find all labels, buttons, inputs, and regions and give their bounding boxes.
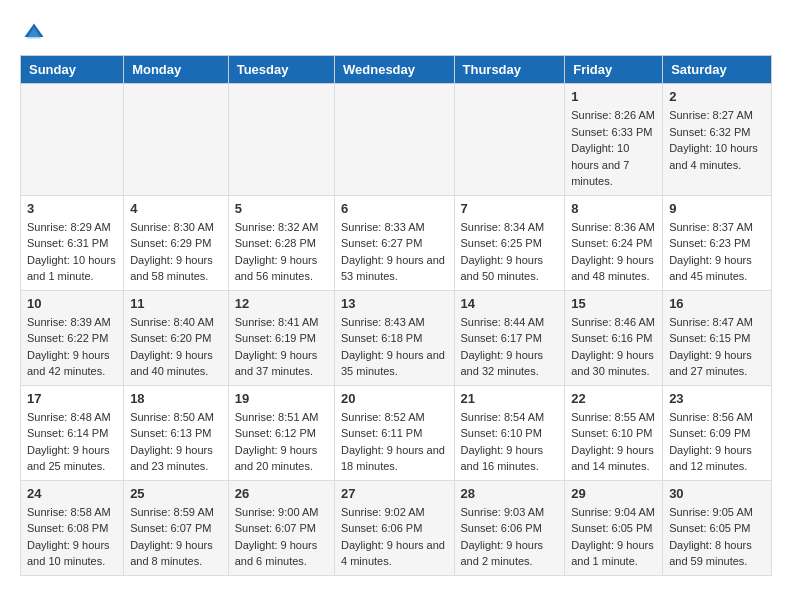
day-info: Sunrise: 9:05 AM Sunset: 6:05 PM Dayligh…: [669, 504, 765, 570]
day-number: 24: [27, 486, 117, 501]
day-info: Sunrise: 8:52 AM Sunset: 6:11 PM Dayligh…: [341, 409, 448, 475]
calendar-cell: [21, 84, 124, 196]
day-info: Sunrise: 8:41 AM Sunset: 6:19 PM Dayligh…: [235, 314, 328, 380]
calendar-cell: 25Sunrise: 8:59 AM Sunset: 6:07 PM Dayli…: [124, 480, 229, 575]
calendar-cell: 27Sunrise: 9:02 AM Sunset: 6:06 PM Dayli…: [335, 480, 455, 575]
header-wednesday: Wednesday: [335, 56, 455, 84]
day-info: Sunrise: 8:56 AM Sunset: 6:09 PM Dayligh…: [669, 409, 765, 475]
calendar-cell: 26Sunrise: 9:00 AM Sunset: 6:07 PM Dayli…: [228, 480, 334, 575]
calendar-cell: [335, 84, 455, 196]
calendar-cell: 1Sunrise: 8:26 AM Sunset: 6:33 PM Daylig…: [565, 84, 663, 196]
calendar-cell: 13Sunrise: 8:43 AM Sunset: 6:18 PM Dayli…: [335, 290, 455, 385]
day-number: 21: [461, 391, 559, 406]
calendar-cell: 4Sunrise: 8:30 AM Sunset: 6:29 PM Daylig…: [124, 195, 229, 290]
calendar-header-row: SundayMondayTuesdayWednesdayThursdayFrid…: [21, 56, 772, 84]
day-info: Sunrise: 8:30 AM Sunset: 6:29 PM Dayligh…: [130, 219, 222, 285]
day-info: Sunrise: 8:33 AM Sunset: 6:27 PM Dayligh…: [341, 219, 448, 285]
day-number: 1: [571, 89, 656, 104]
calendar-cell: 23Sunrise: 8:56 AM Sunset: 6:09 PM Dayli…: [663, 385, 772, 480]
day-number: 2: [669, 89, 765, 104]
calendar-cell: [454, 84, 565, 196]
day-info: Sunrise: 8:26 AM Sunset: 6:33 PM Dayligh…: [571, 107, 656, 190]
day-info: Sunrise: 8:46 AM Sunset: 6:16 PM Dayligh…: [571, 314, 656, 380]
day-number: 16: [669, 296, 765, 311]
calendar-week-row: 1Sunrise: 8:26 AM Sunset: 6:33 PM Daylig…: [21, 84, 772, 196]
day-info: Sunrise: 9:03 AM Sunset: 6:06 PM Dayligh…: [461, 504, 559, 570]
day-info: Sunrise: 8:27 AM Sunset: 6:32 PM Dayligh…: [669, 107, 765, 173]
day-number: 14: [461, 296, 559, 311]
calendar-cell: 6Sunrise: 8:33 AM Sunset: 6:27 PM Daylig…: [335, 195, 455, 290]
calendar-cell: 14Sunrise: 8:44 AM Sunset: 6:17 PM Dayli…: [454, 290, 565, 385]
day-number: 3: [27, 201, 117, 216]
calendar-cell: [124, 84, 229, 196]
header-monday: Monday: [124, 56, 229, 84]
day-number: 27: [341, 486, 448, 501]
calendar-cell: 11Sunrise: 8:40 AM Sunset: 6:20 PM Dayli…: [124, 290, 229, 385]
day-info: Sunrise: 8:44 AM Sunset: 6:17 PM Dayligh…: [461, 314, 559, 380]
calendar-cell: [228, 84, 334, 196]
day-info: Sunrise: 8:48 AM Sunset: 6:14 PM Dayligh…: [27, 409, 117, 475]
day-info: Sunrise: 8:32 AM Sunset: 6:28 PM Dayligh…: [235, 219, 328, 285]
calendar-cell: 30Sunrise: 9:05 AM Sunset: 6:05 PM Dayli…: [663, 480, 772, 575]
day-number: 19: [235, 391, 328, 406]
calendar-cell: 22Sunrise: 8:55 AM Sunset: 6:10 PM Dayli…: [565, 385, 663, 480]
day-number: 18: [130, 391, 222, 406]
day-number: 11: [130, 296, 222, 311]
logo: [20, 20, 48, 45]
day-number: 7: [461, 201, 559, 216]
calendar-table: SundayMondayTuesdayWednesdayThursdayFrid…: [20, 55, 772, 576]
header-sunday: Sunday: [21, 56, 124, 84]
calendar-cell: 28Sunrise: 9:03 AM Sunset: 6:06 PM Dayli…: [454, 480, 565, 575]
calendar-cell: 19Sunrise: 8:51 AM Sunset: 6:12 PM Dayli…: [228, 385, 334, 480]
day-number: 13: [341, 296, 448, 311]
day-number: 4: [130, 201, 222, 216]
day-number: 28: [461, 486, 559, 501]
calendar-week-row: 3Sunrise: 8:29 AM Sunset: 6:31 PM Daylig…: [21, 195, 772, 290]
calendar-week-row: 17Sunrise: 8:48 AM Sunset: 6:14 PM Dayli…: [21, 385, 772, 480]
day-number: 29: [571, 486, 656, 501]
day-number: 23: [669, 391, 765, 406]
header-friday: Friday: [565, 56, 663, 84]
calendar-week-row: 10Sunrise: 8:39 AM Sunset: 6:22 PM Dayli…: [21, 290, 772, 385]
day-info: Sunrise: 8:50 AM Sunset: 6:13 PM Dayligh…: [130, 409, 222, 475]
day-number: 22: [571, 391, 656, 406]
calendar-cell: 5Sunrise: 8:32 AM Sunset: 6:28 PM Daylig…: [228, 195, 334, 290]
header-tuesday: Tuesday: [228, 56, 334, 84]
logo-icon: [22, 21, 46, 45]
day-number: 9: [669, 201, 765, 216]
calendar-cell: 15Sunrise: 8:46 AM Sunset: 6:16 PM Dayli…: [565, 290, 663, 385]
day-info: Sunrise: 8:36 AM Sunset: 6:24 PM Dayligh…: [571, 219, 656, 285]
header-saturday: Saturday: [663, 56, 772, 84]
day-info: Sunrise: 8:59 AM Sunset: 6:07 PM Dayligh…: [130, 504, 222, 570]
calendar-cell: 7Sunrise: 8:34 AM Sunset: 6:25 PM Daylig…: [454, 195, 565, 290]
day-number: 10: [27, 296, 117, 311]
day-number: 15: [571, 296, 656, 311]
header-thursday: Thursday: [454, 56, 565, 84]
day-info: Sunrise: 8:40 AM Sunset: 6:20 PM Dayligh…: [130, 314, 222, 380]
day-info: Sunrise: 8:43 AM Sunset: 6:18 PM Dayligh…: [341, 314, 448, 380]
day-info: Sunrise: 8:51 AM Sunset: 6:12 PM Dayligh…: [235, 409, 328, 475]
calendar-cell: 2Sunrise: 8:27 AM Sunset: 6:32 PM Daylig…: [663, 84, 772, 196]
logo-text: [20, 20, 46, 45]
calendar-cell: 21Sunrise: 8:54 AM Sunset: 6:10 PM Dayli…: [454, 385, 565, 480]
day-info: Sunrise: 8:47 AM Sunset: 6:15 PM Dayligh…: [669, 314, 765, 380]
calendar-week-row: 24Sunrise: 8:58 AM Sunset: 6:08 PM Dayli…: [21, 480, 772, 575]
day-number: 30: [669, 486, 765, 501]
day-number: 17: [27, 391, 117, 406]
day-number: 25: [130, 486, 222, 501]
day-number: 8: [571, 201, 656, 216]
day-number: 26: [235, 486, 328, 501]
day-info: Sunrise: 8:37 AM Sunset: 6:23 PM Dayligh…: [669, 219, 765, 285]
day-info: Sunrise: 9:04 AM Sunset: 6:05 PM Dayligh…: [571, 504, 656, 570]
day-info: Sunrise: 8:39 AM Sunset: 6:22 PM Dayligh…: [27, 314, 117, 380]
calendar-cell: 8Sunrise: 8:36 AM Sunset: 6:24 PM Daylig…: [565, 195, 663, 290]
calendar-cell: 16Sunrise: 8:47 AM Sunset: 6:15 PM Dayli…: [663, 290, 772, 385]
day-info: Sunrise: 9:00 AM Sunset: 6:07 PM Dayligh…: [235, 504, 328, 570]
day-info: Sunrise: 8:55 AM Sunset: 6:10 PM Dayligh…: [571, 409, 656, 475]
calendar-cell: 12Sunrise: 8:41 AM Sunset: 6:19 PM Dayli…: [228, 290, 334, 385]
day-info: Sunrise: 8:34 AM Sunset: 6:25 PM Dayligh…: [461, 219, 559, 285]
day-number: 12: [235, 296, 328, 311]
calendar-cell: 10Sunrise: 8:39 AM Sunset: 6:22 PM Dayli…: [21, 290, 124, 385]
calendar-cell: 3Sunrise: 8:29 AM Sunset: 6:31 PM Daylig…: [21, 195, 124, 290]
calendar-cell: 24Sunrise: 8:58 AM Sunset: 6:08 PM Dayli…: [21, 480, 124, 575]
